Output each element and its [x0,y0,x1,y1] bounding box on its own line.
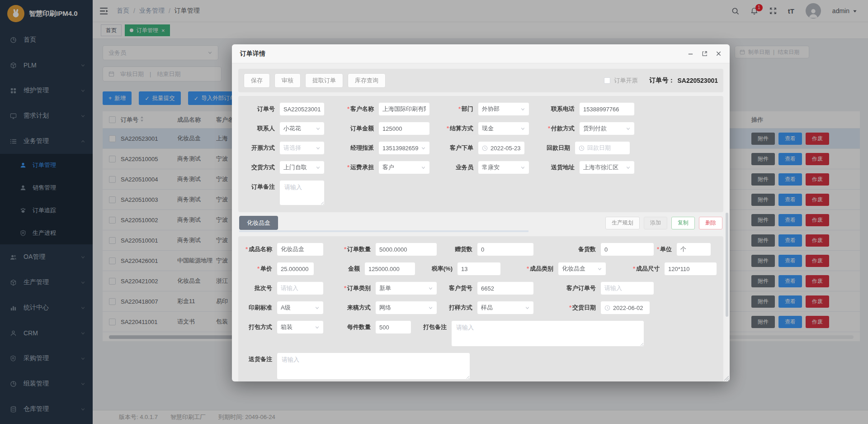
field-input-customer-item-no[interactable]: 6652 [477,281,534,295]
product-tab[interactable]: 化妆品盒 [239,216,278,230]
field-label-packing-method: 打包方式 [244,320,277,334]
field-input-delivery-address[interactable]: 上海市徐汇区 [579,161,635,174]
field-input-freight-bearer[interactable]: 客户 [378,161,430,174]
field-input-packing-method[interactable]: 箱装 [277,320,324,334]
minimize-button[interactable] [688,51,693,57]
field-order-category: *订单类别新单 [324,281,437,295]
add-product-button[interactable]: 添加 [644,217,667,229]
field-input-unit-price[interactable]: 25.000000 [277,262,314,276]
field-input-contact-person[interactable]: 小花花 [279,122,325,135]
field-delivery-method: 交货方式上门自取 [244,161,325,174]
field-input-product-category[interactable]: 化妆品盒 [558,262,606,276]
field-label-product-category: *成品类别 [501,262,558,276]
field-input-manager-assign[interactable]: 13513982659 [378,141,430,155]
audit-button[interactable]: 审核 [274,73,301,88]
chevron-down-icon [419,146,426,151]
chevron-down-icon [313,325,320,330]
field-label-product-size: *成品尺寸 [606,262,664,276]
field-input-printing-standard[interactable]: A级 [277,301,324,314]
copy-product-button[interactable]: 复制 [671,217,695,229]
field-input-customer-name[interactable]: 上海国际印刷有限公司 [378,102,430,116]
field-input-customer-order-date[interactable]: 2022-05-23 [478,141,525,155]
field-input-batch-no[interactable]: 请输入 [277,281,324,295]
field-input-settlement-method[interactable]: 现金 [478,122,529,135]
field-input-salesman[interactable]: 常康安 [478,161,529,174]
maximize-button[interactable] [702,51,708,57]
required-star: * [344,246,346,252]
field-input-order-remark[interactable]: 请输入 [279,180,325,205]
modal-vertical-scrollbar[interactable] [726,213,728,317]
field-input-order-amount[interactable]: 125000 [378,122,430,135]
extract-order-button[interactable]: 提取订单 [305,73,343,88]
field-label-invoice-method: 开票方式 [244,141,279,155]
chevron-down-icon [314,126,321,131]
field-printing-standard: 印刷标准A级 [244,301,324,314]
field-input-amount[interactable]: 125000.000 [364,262,415,276]
production-plan-button[interactable]: 生产规划 [605,217,640,229]
field-value: 2022-05-23 [491,145,521,152]
field-input-unit[interactable]: 个 [676,243,711,256]
field-input-invoice-method[interactable]: 请选择 [279,141,325,155]
save-button[interactable]: 保存 [244,73,270,88]
field-label-proofing-method: 打样方式 [437,301,477,314]
field-label-contact-phone: 联系电话 [529,102,579,116]
required-star: * [344,285,346,291]
field-label-contact-person: 联系人 [244,122,279,135]
field-input-order-category[interactable]: 新单 [375,281,437,295]
required-star: * [347,164,349,171]
field-input-order-no[interactable]: SA220523001 [279,102,325,116]
required-star: * [347,105,349,112]
field-input-stock-quantity[interactable]: 0 [600,243,654,256]
chevron-down-icon [519,126,525,131]
field-input-product-name[interactable]: 化妆品盒 [277,243,324,256]
field-input-tax-rate[interactable]: 13 [457,262,501,276]
field-input-delivery-remark[interactable]: 请输入 [277,353,470,380]
required-star: * [458,105,461,112]
required-star: * [527,265,529,272]
field-label-order-remark: 订单备注 [244,180,279,194]
field-label-customer-name: *客户名称 [325,102,378,116]
field-label-delivery-date: *交货日期 [534,301,600,314]
form-row: 打包方式箱装每件数量500打包备注请输入 [244,320,718,347]
field-value: 6652 [481,285,494,292]
field-input-delivery-method[interactable]: 上门自取 [279,161,325,174]
textarea-text: 请输入 [284,184,302,191]
clock-icon [579,145,585,151]
field-input-manuscript-method[interactable]: 网络 [375,301,437,314]
chevron-down-icon [519,165,525,170]
chevron-down-icon [419,165,426,170]
field-tax-rate: 税率(%)13 [415,262,501,276]
field-value: 现金 [482,124,494,133]
field-label-order-category: *订单类别 [324,281,375,295]
field-input-payback-date[interactable]: 回款日期 [575,141,630,155]
stock-query-button[interactable]: 库存查询 [348,73,386,88]
field-input-order-quantity[interactable]: 5000.0000 [375,243,437,256]
field-input-product-size[interactable]: 120*110 [664,262,717,276]
product-form: *成品名称化妆品盒*订单数量5000.0000赠货数0备货数0*单位个*单价25… [238,236,723,381]
order-form: 订单号SA220523001*客户名称上海国际印刷有限公司*部门外协部联系电话1… [238,96,723,212]
chevron-down-icon [426,286,433,291]
field-input-payment-method[interactable]: 货到付款 [579,122,635,135]
field-input-gift-quantity[interactable]: 0 [477,243,534,256]
field-input-packing-remark[interactable]: 请输入 [451,320,644,347]
chevron-down-icon [624,126,631,131]
field-input-customer-order-no[interactable]: 请输入 [600,281,654,295]
invoice-checkbox[interactable] [604,77,610,84]
field-value: 请输入 [281,284,298,292]
field-department: *部门外协部 [430,102,529,116]
field-unit: *单位个 [654,243,711,256]
field-input-proofing-method[interactable]: 样品 [477,301,534,314]
field-value: 2022-06-02 [613,305,643,311]
field-input-delivery-date[interactable]: 2022-06-02 [600,301,650,314]
modal-header[interactable]: 订单详情 [232,44,730,63]
field-label-unit-price: *单价 [244,262,277,276]
clock-icon [604,305,610,311]
field-input-contact-phone[interactable]: 15388997766 [579,102,635,116]
field-input-quantity-per-piece[interactable]: 500 [375,320,411,334]
field-input-department[interactable]: 外协部 [478,102,529,116]
delete-product-button[interactable]: 删除 [699,217,722,229]
field-manager-assign: 经理指派13513982659 [325,141,430,155]
close-icon[interactable] [716,51,722,57]
field-batch-no: 批次号请输入 [244,281,324,295]
field-value: 125000 [382,125,402,132]
